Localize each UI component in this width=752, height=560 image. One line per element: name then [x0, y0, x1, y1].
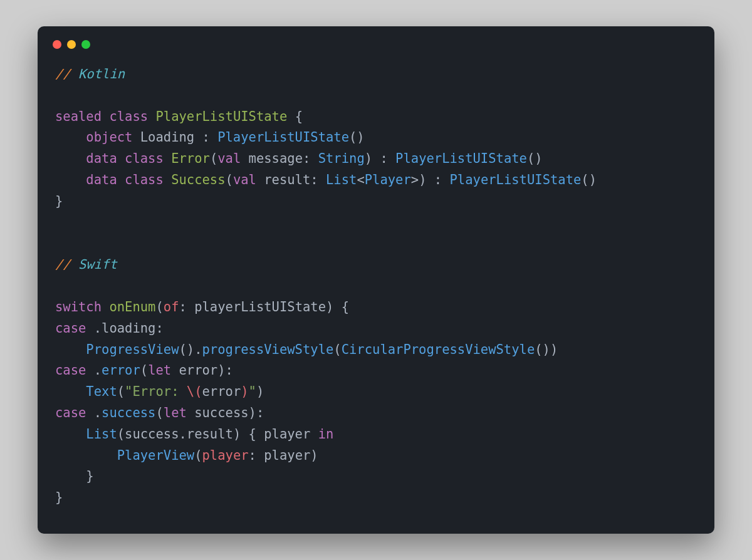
parens: ())	[535, 342, 558, 357]
kw-val: val	[233, 172, 256, 187]
interp-open: \(	[187, 384, 202, 399]
case-loading: .loading:	[86, 321, 163, 336]
close-icon[interactable]	[53, 40, 61, 49]
parens: ()	[581, 172, 597, 187]
kw-case: case	[55, 363, 86, 378]
type-playerlist: PlayerListUIState	[217, 130, 349, 145]
str-quote: "	[249, 384, 256, 399]
dot: ().	[179, 342, 202, 357]
kw-object: object	[55, 130, 132, 145]
case-error: error	[102, 363, 140, 378]
paren: )	[256, 384, 264, 399]
paren: (	[226, 172, 233, 187]
progressview: ProgressView	[55, 342, 179, 357]
comment-swift: Swift	[78, 257, 117, 272]
dot: .	[86, 363, 102, 378]
loading-decl: Loading :	[132, 130, 217, 145]
paren: (	[155, 299, 163, 314]
maximize-icon[interactable]	[81, 40, 90, 49]
kw-in: in	[318, 427, 334, 442]
type-player: Player	[365, 172, 411, 187]
var-success: success):	[187, 405, 264, 420]
minimize-icon[interactable]	[67, 40, 76, 49]
kw-switch: switch	[55, 299, 102, 314]
parens: ()	[527, 151, 543, 166]
circular: CircularProgressViewStyle	[342, 342, 535, 357]
comment-kotlin: Kotlin	[78, 66, 125, 81]
kw-data: data	[55, 151, 117, 166]
param-message: message:	[241, 151, 318, 166]
parens: ()	[349, 130, 365, 145]
kw-sealed: sealed	[55, 109, 102, 124]
listview: List	[55, 427, 117, 442]
class-error: Error	[171, 151, 210, 166]
colon: >) :	[411, 172, 450, 187]
interp-var: error	[202, 384, 241, 399]
fn-onenum: onEnum	[102, 299, 155, 314]
text: Text	[55, 384, 117, 399]
class-name: PlayerListUIState	[155, 109, 287, 124]
str-error: "Error:	[125, 384, 187, 399]
list-args: (success.result) { player	[117, 427, 318, 442]
paren: (	[333, 342, 341, 357]
type-playerlist: PlayerListUIState	[395, 151, 527, 166]
brace: {	[287, 109, 303, 124]
rest: : playerListUIState) {	[179, 299, 350, 314]
kw-val: val	[217, 151, 241, 166]
paren: (	[210, 151, 217, 166]
traffic-lights	[38, 26, 714, 49]
brace-close: }	[55, 490, 63, 505]
lt: <	[357, 172, 364, 187]
comment-slashes: //	[55, 257, 78, 272]
type-playerlist: PlayerListUIState	[450, 172, 582, 187]
kw-let: let	[164, 405, 187, 420]
kw-let: let	[148, 363, 171, 378]
brace-close: }	[55, 469, 94, 484]
kw-class: class	[117, 151, 171, 166]
comment-slashes: //	[55, 66, 78, 81]
paren: (	[140, 363, 148, 378]
type-string: String	[318, 151, 365, 166]
arg-of: of	[164, 299, 179, 314]
kw-data: data	[55, 172, 117, 187]
progressviewstyle: progressViewStyle	[202, 342, 334, 357]
brace-close: }	[55, 194, 63, 209]
kw-class: class	[102, 109, 155, 124]
colon: ) :	[365, 151, 395, 166]
case-success: success	[102, 405, 155, 420]
arg-player: player	[202, 448, 249, 463]
kw-class: class	[117, 172, 171, 187]
param-result: result:	[256, 172, 326, 187]
interp-close: )	[241, 384, 248, 399]
class-success: Success	[171, 172, 225, 187]
paren: (	[155, 405, 163, 420]
paren: (	[117, 384, 125, 399]
var-error: error):	[171, 363, 233, 378]
paren: (	[194, 448, 202, 463]
kw-case: case	[55, 405, 86, 420]
dot: .	[86, 405, 102, 420]
kw-case: case	[55, 321, 86, 336]
code-window: // Kotlin sealed class PlayerListUIState…	[38, 26, 714, 534]
type-list: List	[326, 172, 357, 187]
playerview: PlayerView	[55, 448, 194, 463]
code-area: // Kotlin sealed class PlayerListUIState…	[38, 49, 714, 534]
rest: : player)	[249, 448, 318, 463]
